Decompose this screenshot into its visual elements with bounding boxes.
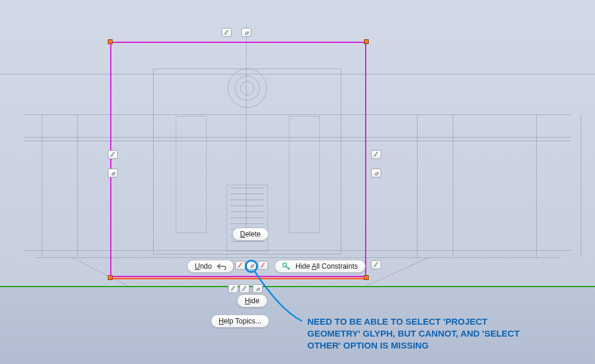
vertex-grip[interactable] [108, 39, 113, 44]
vertex-grip[interactable] [108, 275, 113, 280]
pill-label-pre: Hide [295, 262, 311, 270]
sketch-bottom-edge-highlighted[interactable] [110, 278, 366, 279]
sketch-profile-rectangle[interactable] [110, 42, 366, 277]
vertex-grip[interactable] [364, 39, 369, 44]
wireframe-line [581, 114, 581, 257]
project-geometry-constraint-icon[interactable]: ⌀ [371, 169, 381, 178]
delete-button[interactable]: Delete [232, 228, 269, 241]
project-geometry-constraint-icon[interactable]: ⌀ [241, 28, 251, 37]
coincident-constraint-icon[interactable]: ⁄⁄ [108, 150, 118, 159]
coincident-constraint-icon[interactable]: ⁄⁄ [239, 284, 250, 293]
hide-constraints-icon [282, 263, 291, 270]
mnemonic: U [195, 262, 200, 270]
hide-button[interactable]: Hide [237, 294, 267, 307]
mnemonic: D [240, 230, 245, 238]
vertex-grip[interactable] [364, 275, 369, 280]
project-geometry-constraint-icon[interactable]: ⌀ [108, 169, 118, 178]
coincident-constraint-icon[interactable]: ⁄⁄ [258, 261, 268, 270]
help-topics-button[interactable]: Help Topics... [211, 315, 269, 328]
project-geometry-constraint-icon[interactable]: ⌀ [253, 284, 263, 293]
pill-label-rest: elete [245, 230, 261, 238]
coincident-constraint-icon[interactable]: ⁄⁄ [228, 284, 238, 293]
annotation-callout-circle [245, 260, 258, 273]
pill-label-rest: ide [250, 297, 260, 305]
undo-button[interactable]: Undo [187, 260, 234, 273]
wireframe-line [453, 114, 453, 257]
mnemonic: H [219, 317, 224, 325]
user-annotation-text: NEED TO BE ABLE TO SELECT 'PROJECT GEOME… [307, 316, 528, 351]
undo-arrow-icon [217, 263, 226, 270]
coincident-constraint-icon[interactable]: ⁄⁄ [371, 260, 381, 269]
wireframe-line [77, 114, 78, 257]
coincident-constraint-icon[interactable]: ⁄⁄ [222, 28, 232, 37]
wireframe-line [42, 114, 42, 257]
coincident-constraint-icon[interactable]: ⁄⁄ [235, 261, 245, 270]
ground-axis-line [0, 286, 595, 287]
coincident-constraint-icon[interactable]: ⁄⁄ [371, 150, 381, 159]
pill-label-rest: ndo [200, 262, 212, 270]
wireframe-line [417, 114, 418, 257]
wireframe-line [536, 114, 537, 257]
hide-all-constraints-button[interactable]: Hide All Constraints [275, 260, 366, 273]
pill-label-rest: ll Constraints [316, 262, 357, 270]
pill-label-rest: elp Topics... [224, 317, 261, 325]
mnemonic: H [245, 297, 250, 305]
